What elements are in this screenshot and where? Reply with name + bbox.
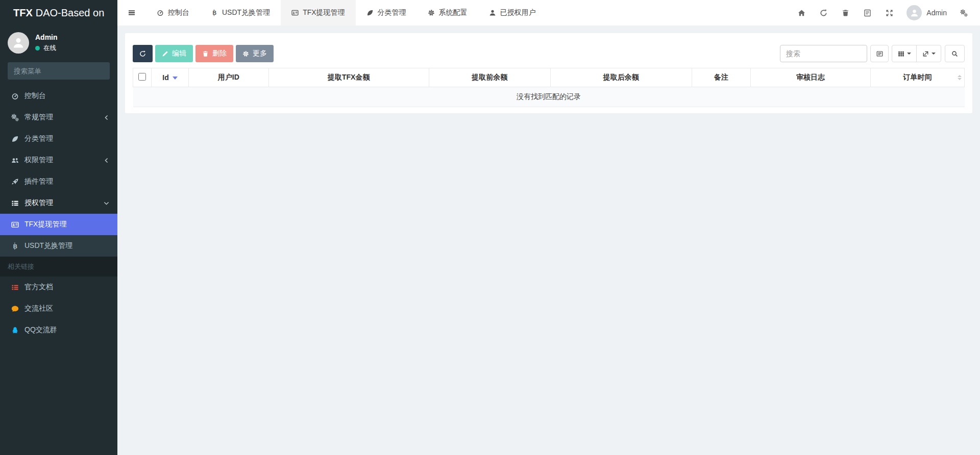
tab-label: TFX提现管理 <box>303 8 345 17</box>
home-button[interactable] <box>791 9 813 17</box>
select-all-header <box>133 68 152 87</box>
column-header-memo: 备注 <box>692 68 751 87</box>
column-header-balance-before: 提取前余额 <box>429 68 550 87</box>
edit-button[interactable]: 编辑 <box>155 45 193 62</box>
empty-state-text: 没有找到匹配的记录 <box>133 87 965 107</box>
list-icon <box>11 284 19 291</box>
id-card-icon <box>11 221 19 229</box>
user-icon <box>910 9 919 17</box>
sidebar-toggle-button[interactable] <box>117 0 146 26</box>
online-status-dot <box>35 46 40 50</box>
user-name: Admin <box>35 33 58 41</box>
tachometer-icon <box>11 92 19 100</box>
empty-state-row: 没有找到匹配的记录 <box>133 87 965 107</box>
tab-dashboard[interactable]: 控制台 <box>146 0 200 26</box>
tab-usdt-exchange[interactable]: USDT兑换管理 <box>200 0 281 26</box>
table-toolbar: 编辑 删除 更多 <box>133 45 965 62</box>
topbar: 控制台 USDT兑换管理 TFX提现管理 分类管理 系统配置 <box>117 0 980 26</box>
chevron-left-icon <box>103 114 110 121</box>
delete-button-label: 删除 <box>212 49 227 58</box>
chevron-left-icon <box>103 157 110 164</box>
sidebar-link-label: 交流社区 <box>24 304 53 313</box>
sidebar-search <box>8 62 110 80</box>
users-icon <box>11 157 19 164</box>
column-header-tfx-amount: 提取TFX金额 <box>268 68 429 87</box>
columns-icon <box>898 50 904 57</box>
topbar-user-name[interactable]: Admin <box>926 9 947 17</box>
admin-app: TFX DAO-Based on Admin 在线 控制台 <box>0 0 980 455</box>
detail-view-button[interactable] <box>870 45 889 62</box>
sidebar-item-tfx-withdraw[interactable]: TFX提现管理 <box>0 214 117 235</box>
sidebar-link-label: QQ交流群 <box>24 325 57 335</box>
table-panel: 编辑 删除 更多 <box>125 33 972 113</box>
settings-button[interactable] <box>953 9 975 17</box>
sidebar-item-auth[interactable]: 权限管理 <box>0 149 117 171</box>
sidebar-search-input[interactable] <box>14 67 104 75</box>
export-dropdown-button[interactable] <box>916 45 941 62</box>
comment-icon <box>11 305 19 313</box>
detail-view-icon <box>876 50 883 57</box>
sidebar-item-general[interactable]: 常规管理 <box>0 107 117 128</box>
refresh-table-button[interactable] <box>133 45 153 62</box>
sidebar-link-docs[interactable]: 官方文档 <box>0 276 117 298</box>
tab-authorized-users[interactable]: 已授权用户 <box>478 0 547 26</box>
columns-dropdown-button[interactable] <box>892 45 917 62</box>
select-all-checkbox[interactable] <box>138 73 146 81</box>
chevron-down-icon <box>103 200 110 207</box>
sidebar-item-license[interactable]: 授权管理 <box>0 192 117 214</box>
fullscreen-icon <box>886 9 893 17</box>
home-icon <box>798 9 805 17</box>
fullscreen-button[interactable] <box>878 9 900 17</box>
main-area: 控制台 USDT兑换管理 TFX提现管理 分类管理 系统配置 <box>117 0 980 455</box>
tab-category[interactable]: 分类管理 <box>356 0 417 26</box>
sidebar-item-label: 控制台 <box>24 91 46 100</box>
sidebar-section-header: 相关链接 <box>0 257 117 276</box>
user-icon <box>489 9 496 16</box>
data-table: Id 用户ID 提取TFX金额 提取前余额 提取后余额 备注 审核日志 订单时间 <box>133 68 965 107</box>
caret-down-icon <box>907 53 911 55</box>
tab-label: 系统配置 <box>439 8 468 17</box>
avatar <box>8 32 29 54</box>
rocket-icon <box>11 178 19 186</box>
export-icon <box>922 50 929 57</box>
delete-button[interactable]: 删除 <box>195 45 233 62</box>
sidebar-item-usdt-exchange[interactable]: USDT兑换管理 <box>0 235 117 257</box>
leaf-icon <box>366 9 374 16</box>
sidebar-item-addon[interactable]: 插件管理 <box>0 171 117 192</box>
trash-icon <box>842 9 849 17</box>
sort-caret-icon <box>173 77 178 80</box>
sidebar: TFX DAO-Based on Admin 在线 控制台 <box>0 0 117 455</box>
topbar-avatar[interactable] <box>906 5 922 20</box>
column-header-order-time[interactable]: 订单时间 <box>870 68 964 87</box>
sidebar-link-community[interactable]: 交流社区 <box>0 298 117 319</box>
list-icon <box>11 199 19 207</box>
sidebar-item-label: 分类管理 <box>24 134 53 143</box>
topbar-right: Admin <box>791 0 980 26</box>
sidebar-item-label: 常规管理 <box>24 113 53 122</box>
column-header-id[interactable]: Id <box>151 68 188 87</box>
search-toggle-button[interactable] <box>945 45 965 62</box>
cogs-icon <box>960 9 968 17</box>
sidebar-item-label: USDT兑换管理 <box>24 241 72 250</box>
sidebar-item-category[interactable]: 分类管理 <box>0 128 117 149</box>
clear-cache-button[interactable] <box>835 9 856 17</box>
tab-tfx-withdraw[interactable]: TFX提现管理 <box>281 0 355 26</box>
sidebar-item-dashboard[interactable]: 控制台 <box>0 85 117 107</box>
btc-icon <box>11 242 19 250</box>
refresh-button[interactable] <box>813 9 835 17</box>
table-search-input[interactable] <box>780 45 867 62</box>
tab-label: USDT兑换管理 <box>222 8 270 17</box>
tab-label: 分类管理 <box>378 8 406 17</box>
brand-logo[interactable]: TFX DAO-Based on <box>0 0 117 26</box>
content-area: 编辑 删除 更多 <box>117 26 980 455</box>
qq-icon <box>11 326 19 334</box>
btc-icon <box>211 9 218 16</box>
language-button[interactable] <box>856 9 878 17</box>
edit-button-label: 编辑 <box>172 49 186 58</box>
sidebar-link-qq[interactable]: QQ交流群 <box>0 319 117 341</box>
tab-config[interactable]: 系统配置 <box>417 0 478 26</box>
more-button[interactable]: 更多 <box>236 45 274 62</box>
tab-label: 已授权用户 <box>500 8 536 17</box>
sidebar-item-label: 权限管理 <box>24 156 53 165</box>
pencil-icon <box>162 50 168 57</box>
